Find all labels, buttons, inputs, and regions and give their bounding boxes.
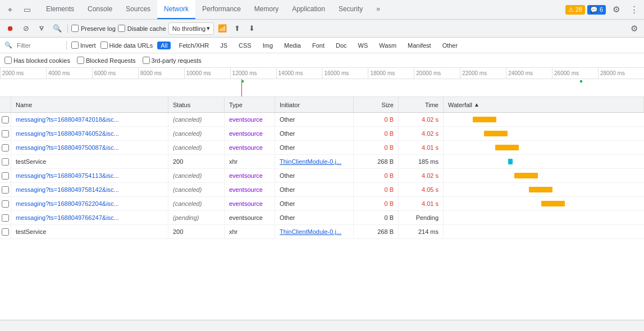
disable-cache-checkbox[interactable] <box>118 25 125 32</box>
table-row[interactable]: messaging?ts=1688049766247&isc...(pendin… <box>0 211 644 225</box>
tab-list: Elements Console Sources Network Perform… <box>39 0 565 19</box>
table-row[interactable]: messaging?ts=1688049758142&isc...(cancel… <box>0 183 644 197</box>
row-name[interactable]: messaging?ts=1688049766247&isc... <box>11 211 168 224</box>
more-options-button[interactable]: ⋮ <box>626 2 642 17</box>
third-party-checkbox[interactable] <box>143 57 150 64</box>
filter-css-button[interactable]: CSS <box>235 42 255 49</box>
search-input[interactable] <box>17 42 62 49</box>
row-name[interactable]: messaging?ts=1688049762204&isc... <box>11 197 168 210</box>
row-checkbox[interactable] <box>2 172 9 180</box>
tab-network[interactable]: Network <box>157 0 195 19</box>
settings-button[interactable]: ⚙ <box>608 2 624 17</box>
sort-arrow-icon: ▲ <box>474 102 479 108</box>
column-header-initiator[interactable]: Initiator <box>275 97 354 112</box>
row-name[interactable]: messaging?ts=1688049758142&isc... <box>11 183 168 196</box>
hide-data-urls-checkbox[interactable] <box>101 42 108 49</box>
row-checkbox[interactable] <box>2 116 9 123</box>
row-checkbox[interactable] <box>2 228 9 236</box>
filter-doc-button[interactable]: Doc <box>332 42 350 49</box>
blocked-cookies-checkbox[interactable] <box>4 57 12 64</box>
search-button[interactable]: 🔍 <box>51 22 64 35</box>
tab-security[interactable]: Security <box>332 0 369 19</box>
row-name[interactable]: messaging?ts=1688049742018&isc... <box>11 113 168 126</box>
blocked-cookies-label[interactable]: Has blocked cookies <box>4 57 70 64</box>
filter-ws-button[interactable]: WS <box>355 42 372 49</box>
throttle-select[interactable]: No throttling ▾ <box>168 22 214 35</box>
row-type: xhr <box>225 225 275 238</box>
table-row[interactable]: messaging?ts=1688049746052&isc...(cancel… <box>0 127 644 141</box>
column-header-waterfall[interactable]: Waterfall ▲ <box>444 97 644 112</box>
timeline-row: 2000 ms4000 ms6000 ms8000 ms10000 ms1200… <box>0 68 644 97</box>
row-checkbox[interactable] <box>2 130 9 137</box>
column-header-type[interactable]: Type <box>225 97 275 112</box>
row-name[interactable]: messaging?ts=1688049754113&isc... <box>11 169 168 182</box>
device-toggle-button[interactable]: ▭ <box>19 2 35 17</box>
table-row[interactable]: messaging?ts=1688049754113&isc...(cancel… <box>0 169 644 183</box>
filter-wasm-button[interactable]: Wasm <box>376 42 400 49</box>
row-time: 185 ms <box>399 155 444 168</box>
filter-media-button[interactable]: Media <box>281 42 304 49</box>
row-type: eventsource <box>225 183 275 196</box>
hide-data-urls-label[interactable]: Hide data URLs <box>101 42 153 49</box>
row-initiator[interactable]: ThinClientModule-0.j... <box>275 225 354 238</box>
timeline-tick: 16000 ms <box>322 68 368 79</box>
column-header-time[interactable]: Time <box>399 97 444 112</box>
filter-manifest-button[interactable]: Manifest <box>404 42 435 49</box>
row-name[interactable]: testService <box>11 155 168 168</box>
row-name[interactable]: testService <box>11 225 168 238</box>
row-waterfall <box>444 155 644 168</box>
table-row[interactable]: messaging?ts=1688049762204&isc...(cancel… <box>0 197 644 211</box>
clear-button[interactable]: ⊘ <box>19 22 33 35</box>
warning-badge[interactable]: ⚠ 28 <box>565 5 585 15</box>
tab-elements[interactable]: Elements <box>39 0 81 19</box>
tab-console[interactable]: Console <box>81 0 119 19</box>
row-checkbox[interactable] <box>2 144 9 151</box>
column-header-name[interactable]: Name <box>11 97 168 112</box>
column-header-size[interactable]: Size <box>354 97 399 112</box>
filter-other-button[interactable]: Other <box>439 42 462 49</box>
network-settings-button[interactable]: ⚙ <box>627 22 641 35</box>
tab-performance[interactable]: Performance <box>195 0 248 19</box>
record-button[interactable]: ⏺ <box>3 22 17 35</box>
table-row[interactable]: messaging?ts=1688049742018&isc...(cancel… <box>0 113 644 127</box>
disable-cache-label[interactable]: Disable cache <box>118 25 166 32</box>
row-checkbox[interactable] <box>2 214 9 222</box>
info-badge[interactable]: 💬 6 <box>587 5 606 15</box>
filter-sep <box>66 41 67 50</box>
inspect-element-button[interactable]: ⌖ <box>2 2 18 17</box>
row-checkbox[interactable] <box>2 158 9 166</box>
blocked-requests-checkbox[interactable] <box>77 57 84 64</box>
download-icon-button[interactable]: ⬇ <box>245 22 258 35</box>
invert-checkbox[interactable] <box>71 42 79 49</box>
table-row[interactable]: testService200xhrThinClientModule-0.j...… <box>0 225 644 239</box>
table-row[interactable]: messaging?ts=1688049750087&isc...(cancel… <box>0 141 644 155</box>
tab-application[interactable]: Application <box>285 0 332 19</box>
row-checkbox[interactable] <box>2 200 9 208</box>
filter-fetch-xhr-button[interactable]: Fetch/XHR <box>175 42 212 49</box>
blocked-requests-label[interactable]: Blocked Requests <box>77 57 136 64</box>
third-party-label[interactable]: 3rd-party requests <box>143 57 202 64</box>
preserve-log-checkbox[interactable] <box>71 25 79 32</box>
tab-more[interactable]: » <box>369 0 387 19</box>
extra-filter-row: Has blocked cookies Blocked Requests 3rd… <box>0 53 644 68</box>
row-initiator[interactable]: ThinClientModule-0.j... <box>275 155 354 168</box>
warning-count: 28 <box>576 6 582 13</box>
row-type: eventsource <box>225 127 275 140</box>
filter-font-button[interactable]: Font <box>309 42 328 49</box>
filter-toggle-button[interactable]: ⛛ <box>35 22 48 35</box>
column-header-status[interactable]: Status <box>168 97 225 112</box>
invert-checkbox-label[interactable]: Invert <box>71 42 96 49</box>
preserve-log-label[interactable]: Preserve log <box>71 25 116 32</box>
row-checkbox[interactable] <box>2 186 9 194</box>
row-size: 0 B <box>354 113 399 126</box>
row-name[interactable]: messaging?ts=1688049750087&isc... <box>11 141 168 154</box>
row-name[interactable]: messaging?ts=1688049746052&isc... <box>11 127 168 140</box>
filter-img-button[interactable]: Img <box>259 42 276 49</box>
filter-all-button[interactable]: All <box>157 42 171 49</box>
tab-sources[interactable]: Sources <box>119 0 157 19</box>
wifi-icon-button[interactable]: 📶 <box>216 22 229 35</box>
tab-memory[interactable]: Memory <box>248 0 285 19</box>
table-row[interactable]: testService200xhrThinClientModule-0.j...… <box>0 155 644 169</box>
filter-js-button[interactable]: JS <box>217 42 231 49</box>
upload-icon-button[interactable]: ⬆ <box>231 22 243 35</box>
